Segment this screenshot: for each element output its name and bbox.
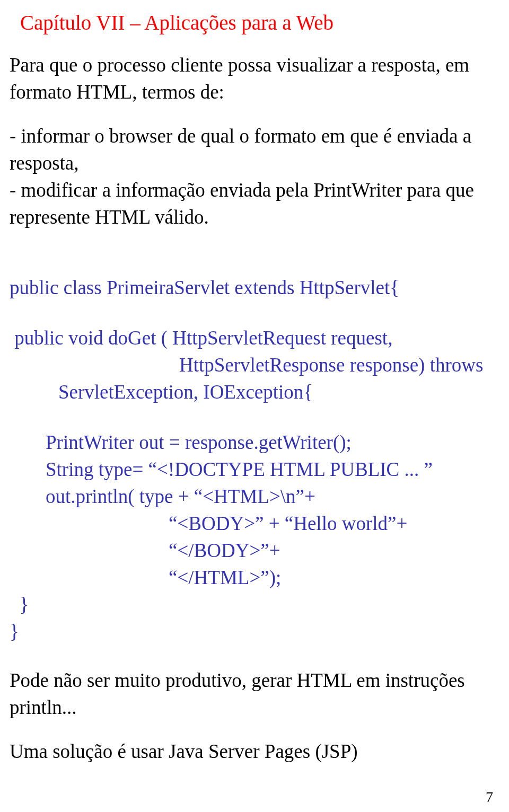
code-line: }	[10, 591, 494, 618]
code-line: HttpServletResponse response) throws	[10, 351, 494, 378]
code-line: “</HTML>”);	[10, 564, 494, 591]
conclusion-2: Uma solução é usar Java Server Pages (JS…	[10, 738, 494, 765]
code-block: public class PrimeiraServlet extends Htt…	[10, 274, 494, 646]
code-line: public void doGet ( HttpServletRequest r…	[10, 324, 494, 351]
code-line: String type= “<!DOCTYPE HTML PUBLIC ... …	[10, 456, 494, 483]
code-line: PrintWriter out = response.getWriter();	[10, 429, 494, 456]
code-line: ServletException, IOException{	[10, 378, 494, 405]
intro-paragraph: Para que o processo cliente possa visual…	[10, 51, 494, 105]
code-line: out.println( type + “<HTML>\n”+	[10, 483, 494, 510]
bullet-list: - informar o browser de qual o formato e…	[10, 122, 494, 231]
code-line: public class PrimeiraServlet extends Htt…	[10, 274, 494, 301]
code-line: “</BODY>”+	[10, 537, 494, 564]
page: Capítulo VII – Aplicações para a Web Par…	[0, 0, 509, 812]
page-number: 7	[486, 789, 493, 806]
code-line: }	[10, 618, 494, 645]
chapter-title: Capítulo VII – Aplicações para a Web	[20, 10, 494, 37]
code-line: “<BODY>” + “Hello world”+	[10, 510, 494, 537]
conclusion-1: Pode não ser muito produtivo, gerar HTML…	[10, 667, 494, 721]
